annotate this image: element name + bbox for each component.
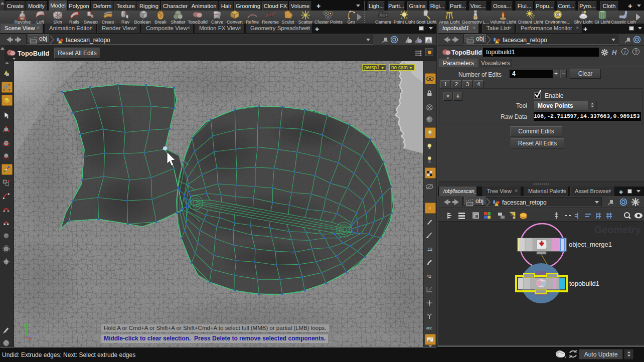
svg-text:abc: abc: [426, 326, 432, 331]
svg-text:y: y: [24, 324, 27, 329]
svg-text:z: z: [33, 333, 36, 338]
svg-text:.12: .12: [427, 247, 433, 252]
svg-text:42: 42: [427, 274, 432, 279]
svg-text:x: x: [30, 336, 33, 341]
